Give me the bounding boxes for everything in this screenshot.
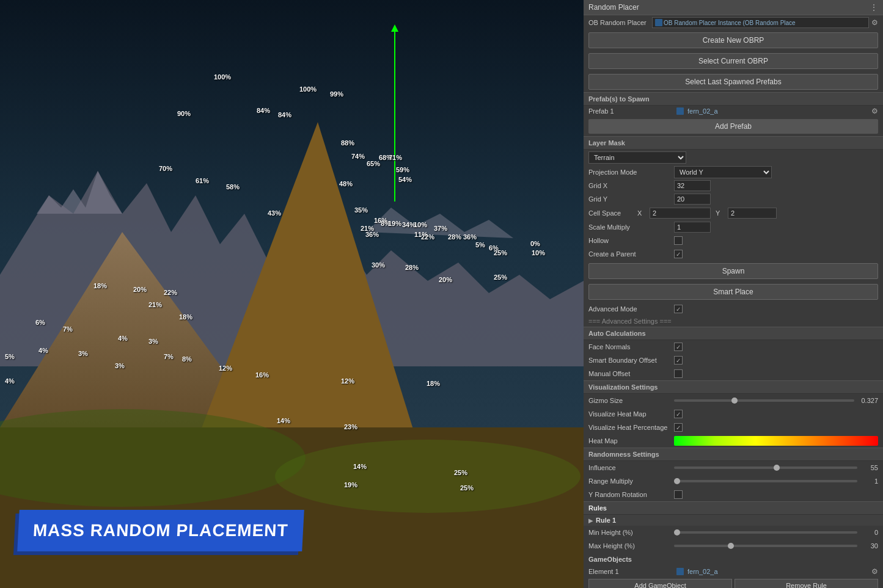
viz-settings-header: Visualization Settings (584, 380, 883, 394)
grid-y-row: Grid Y (584, 192, 883, 206)
viz-heat-pct-label: Visualize Heat Percentage (588, 424, 674, 431)
rule1-el1-value: fern_02_a (687, 568, 718, 575)
y-random-rotation-checkbox[interactable] (674, 490, 683, 499)
cell-y-input[interactable] (728, 208, 777, 219)
rules-header: Rules (584, 501, 883, 515)
select-current-obrp-button[interactable]: Select Current OBRP (588, 53, 878, 69)
rule1-min-height-row: Min Height (%) 0 (584, 526, 883, 539)
hollow-row: Hollow (584, 234, 883, 247)
heat-map-row: Heat Map (584, 434, 883, 448)
face-normals-checkbox[interactable] (674, 343, 683, 351)
advanced-mode-row: Advanced Mode (584, 302, 883, 316)
add-prefab-button[interactable]: Add Prefab (588, 119, 878, 134)
grid-y-input[interactable] (674, 194, 711, 205)
create-new-obrp-button[interactable]: Create New OBRP (588, 32, 878, 48)
gizmo-size-row: Gizmo Size 0.327 (584, 394, 883, 407)
manual-offset-row: Manual Offset (584, 367, 883, 380)
layer-mask-dropdown[interactable]: Terrain (588, 151, 686, 164)
randomness-header: Randomness Settings (584, 448, 883, 461)
rule1-el1-gear[interactable]: ⚙ (871, 567, 878, 576)
range-multiply-slider-container[interactable]: 1 (674, 477, 878, 485)
add-gameobject-button[interactable]: Add GameObject (588, 579, 732, 588)
rule1-arrow: ▶ (588, 517, 593, 524)
rule1-gameobjects-header: GameObjects (584, 553, 883, 566)
select-last-spawned-button[interactable]: Select Last Spawned Prefabs (588, 74, 878, 90)
hollow-label: Hollow (588, 237, 674, 244)
remove-rule1-button[interactable]: Remove Rule (735, 579, 878, 588)
prefab1-label: Prefab 1 (588, 107, 674, 115)
viz-heat-map-row: Visualize Heat Map (584, 407, 883, 421)
cell-x-input[interactable] (650, 208, 711, 219)
rule1-max-height-label: Max Height (%) (588, 542, 674, 550)
influence-thumb[interactable] (774, 465, 780, 471)
range-multiply-thumb[interactable] (674, 478, 680, 484)
projection-mode-dropdown[interactable]: World Y (674, 166, 772, 178)
smart-boundary-checkbox[interactable] (674, 356, 683, 365)
grid-x-input[interactable] (674, 180, 711, 191)
ob-placer-label: OB Random Placer (588, 19, 650, 26)
advanced-mode-checkbox[interactable] (674, 305, 683, 313)
prefab1-icon (676, 107, 684, 115)
advanced-mode-label: Advanced Mode (588, 305, 674, 313)
heat-map-bar[interactable] (674, 436, 878, 446)
rule1-header[interactable]: ▶ Rule 1 (584, 515, 883, 526)
gizmo-size-slider-container[interactable]: 0.327 (674, 397, 878, 404)
rule1-max-slider-container[interactable]: 30 (674, 542, 878, 550)
rule1-el1-icon (676, 568, 684, 575)
rule1-max-height-row: Max Height (%) 30 (584, 539, 883, 553)
smart-place-button[interactable]: Smart Place (588, 284, 878, 300)
right-panel[interactable]: Random Placer ⋮ OB Random Placer OB Rand… (584, 0, 883, 588)
rule1-min-height-label: Min Height (%) (588, 529, 674, 536)
influence-value: 55 (860, 464, 878, 471)
scale-multiply-row: Scale Multiply (584, 220, 883, 234)
cell-space-label: Cell Space (588, 209, 637, 217)
smart-boundary-row: Smart Boundary Offset (584, 354, 883, 367)
ob-gear-icon[interactable]: ⚙ (871, 18, 878, 27)
3d-viewport: 100% 100% 99% 90% 84% 84% 70% 61% 58% 88… (0, 0, 584, 588)
create-parent-row: Create a Parent (584, 247, 883, 261)
layer-mask-header: Layer Mask (584, 136, 883, 150)
cell-xy-container: X Y (637, 208, 777, 219)
grid-y-label: Grid Y (588, 195, 674, 203)
create-parent-checkbox[interactable] (674, 250, 683, 258)
prefab1-value: fern_02_a (687, 107, 718, 115)
viz-heat-map-checkbox[interactable] (674, 410, 683, 418)
rule1-max-thumb[interactable] (728, 543, 734, 549)
rule1-min-slider[interactable] (674, 531, 857, 534)
scale-multiply-input[interactable] (674, 222, 711, 233)
panel-top-bar: Random Placer ⋮ (584, 0, 883, 15)
main-title: MASS RANDOM PLACEMENT (32, 521, 288, 540)
manual-offset-checkbox[interactable] (674, 369, 683, 378)
heat-map-label: Heat Map (588, 437, 674, 445)
gizmo-size-label: Gizmo Size (588, 397, 674, 404)
gizmo-size-slider[interactable] (674, 399, 854, 402)
spawn-button[interactable]: Spawn (588, 263, 878, 279)
viewport-background (0, 0, 584, 588)
panel-title: Random Placer (588, 3, 639, 12)
ob-placer-field: OB Random Placer Instance (OB Random Pla… (652, 17, 869, 28)
axis-arrow-y (394, 31, 395, 201)
cell-space-row: Cell Space X Y (584, 206, 883, 220)
rule1-actions: Add GameObject Remove Rule (584, 577, 883, 588)
rule1-min-thumb[interactable] (674, 529, 680, 535)
manual-offset-label: Manual Offset (588, 370, 674, 377)
viz-heat-pct-checkbox[interactable] (674, 423, 683, 432)
panel-menu-icon[interactable]: ⋮ (870, 2, 878, 12)
advanced-settings-label: === Advanced Settings === (584, 316, 883, 327)
scale-multiply-label: Scale Multiply (588, 223, 674, 231)
range-multiply-value: 1 (860, 477, 878, 485)
rule1-min-slider-container[interactable]: 0 (674, 529, 878, 536)
rule1-max-value: 30 (860, 542, 878, 550)
hollow-checkbox[interactable] (674, 236, 683, 245)
influence-slider[interactable] (674, 466, 857, 469)
rule1-max-slider[interactable] (674, 545, 857, 547)
prefab1-gear[interactable]: ⚙ (871, 107, 878, 115)
influence-slider-container[interactable]: 55 (674, 464, 878, 471)
gizmo-size-thumb[interactable] (731, 397, 738, 404)
grid-x-row: Grid X (584, 179, 883, 192)
range-multiply-slider[interactable] (674, 480, 857, 482)
rule1-min-value: 0 (860, 529, 878, 536)
face-normals-label: Face Normals (588, 343, 674, 350)
title-overlay: MASS RANDOM PLACEMENT (17, 510, 304, 551)
face-normals-row: Face Normals (584, 340, 883, 354)
